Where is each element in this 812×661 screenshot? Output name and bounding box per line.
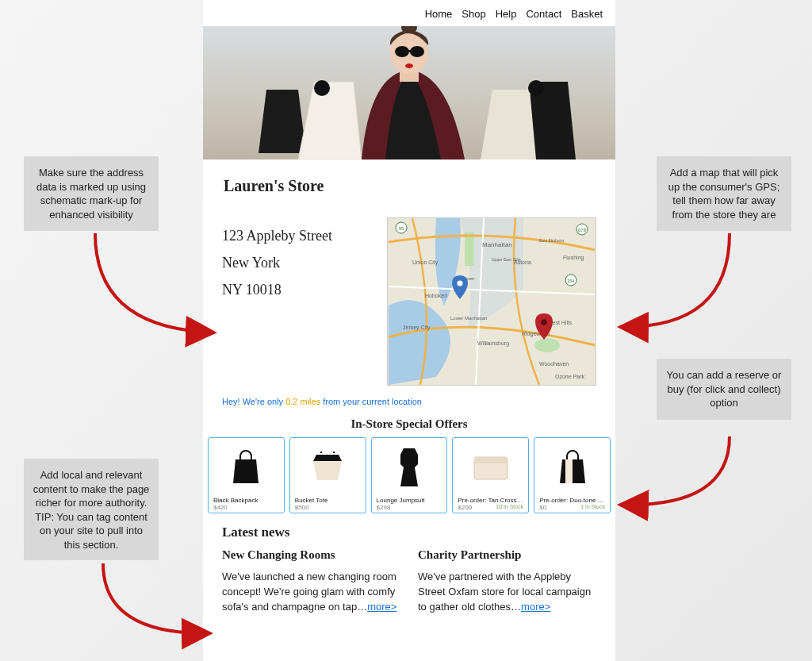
svg-text:Manhattan: Manhattan xyxy=(482,241,512,248)
address-city: New York xyxy=(222,249,373,276)
product-name: Pre-order: Duo-tone Bac… xyxy=(539,497,605,504)
svg-point-15 xyxy=(534,338,560,352)
svg-text:Lower Manhattan: Lower Manhattan xyxy=(450,316,487,321)
svg-text:25A: 25A xyxy=(568,279,576,283)
svg-rect-40 xyxy=(474,457,508,463)
svg-point-12 xyxy=(528,80,544,96)
svg-point-11 xyxy=(314,80,330,96)
address-zip: NY 10018 xyxy=(222,276,373,303)
svg-text:East Elmhurst: East Elmhurst xyxy=(539,238,565,243)
svg-text:Woodhaven: Woodhaven xyxy=(539,361,569,367)
product-price: $298 xyxy=(377,504,442,511)
diagram-stage: Home Shop Help Contact Basket xyxy=(0,0,812,661)
store-address: 123 Appleby Street New York NY 10018 xyxy=(222,222,373,386)
annotation-reserve-buy: You can add a reserve or buy (for click … xyxy=(657,359,791,420)
nav-help[interactable]: Help xyxy=(496,8,517,20)
product-name: Bucket Tote xyxy=(295,497,361,504)
svg-text:Ozone Park: Ozone Park xyxy=(555,374,584,379)
annotation-local-content: Add local and relevant content to make t… xyxy=(24,459,159,560)
news-title: New Changing Rooms xyxy=(222,548,400,562)
distance-message: Hey! We're only 0.2 miles from your curr… xyxy=(222,397,596,406)
svg-text:Union City: Union City xyxy=(412,259,439,266)
store-map[interactable]: 95 678 25A Manhattan Union City Hoboken … xyxy=(387,217,596,386)
news-heading: Latest news xyxy=(222,525,596,540)
product-card[interactable]: Pre-order: Tan Crossbody $200 10 in Stoc… xyxy=(452,437,529,513)
svg-text:678: 678 xyxy=(578,228,587,233)
nav-contact[interactable]: Contact xyxy=(526,8,561,20)
svg-marker-3 xyxy=(481,90,536,159)
store-name: Lauren's Store xyxy=(224,177,596,195)
product-card[interactable]: Black Backpack $420 xyxy=(208,437,285,513)
svg-text:Williamsburg: Williamsburg xyxy=(477,340,509,347)
product-price: $500 xyxy=(295,504,361,511)
product-image-icon xyxy=(539,443,605,492)
svg-point-37 xyxy=(457,280,462,286)
annotation-map-gps: Add a map that will pick up the consumer… xyxy=(657,156,791,231)
nav-basket[interactable]: Basket xyxy=(571,8,603,20)
distance-value: 0.2 miles xyxy=(285,397,320,406)
top-nav: Home Shop Help Contact Basket xyxy=(203,0,615,26)
product-name: Black Backpack xyxy=(213,497,279,504)
svg-text:Jersey City: Jersey City xyxy=(403,325,431,331)
nav-home[interactable]: Home xyxy=(425,8,453,20)
news-title: Charity Partnership xyxy=(418,548,596,562)
svg-marker-0 xyxy=(259,90,306,153)
hero-image xyxy=(203,26,615,159)
svg-point-10 xyxy=(405,63,413,68)
svg-rect-41 xyxy=(565,459,573,483)
product-stock: 1 in Stock xyxy=(539,504,605,509)
product-image-icon xyxy=(377,443,442,492)
svg-point-8 xyxy=(410,46,424,57)
svg-point-7 xyxy=(395,46,409,57)
offers-row: Black Backpack $420 Bucket Tote $500 Lou… xyxy=(203,437,615,513)
svg-text:Hoboken: Hoboken xyxy=(425,293,447,298)
svg-text:95: 95 xyxy=(399,226,404,231)
svg-point-38 xyxy=(541,319,547,325)
offers-heading: In-Store Special Offers xyxy=(203,417,615,431)
arrow-icon xyxy=(611,225,745,348)
svg-text:Flushing: Flushing xyxy=(563,255,584,261)
svg-rect-14 xyxy=(465,233,474,266)
news-item: Charity Partnership We've partnered with… xyxy=(418,545,596,615)
svg-text:Upper East Side: Upper East Side xyxy=(492,257,521,262)
product-name: Pre-order: Tan Crossbody xyxy=(458,497,523,504)
address-line-1: 123 Appleby Street xyxy=(222,222,373,249)
news-item: New Changing Rooms We've launched a new … xyxy=(222,545,400,615)
product-price: $420 xyxy=(213,504,279,511)
product-image-icon xyxy=(458,443,523,492)
svg-rect-9 xyxy=(408,50,412,52)
product-name: Lounge Jumpsuit xyxy=(377,497,442,504)
news-more-link[interactable]: more> xyxy=(367,601,396,613)
product-card[interactable]: Lounge Jumpsuit $298 xyxy=(371,437,448,513)
product-card[interactable]: Pre-order: Duo-tone Bac… $0 1 in Stock xyxy=(534,437,611,513)
annotation-address-markup: Make sure the address data is marked up … xyxy=(24,156,159,231)
arrow-icon xyxy=(611,428,745,527)
website-mockup: Home Shop Help Contact Basket xyxy=(203,0,615,661)
product-image-icon xyxy=(213,443,279,492)
distance-suffix: from your current location xyxy=(320,397,422,406)
nav-shop[interactable]: Shop xyxy=(462,8,485,20)
news-body: We've partnered with the Appleby Street … xyxy=(418,571,591,613)
svg-marker-1 xyxy=(298,82,362,159)
news-more-link[interactable]: more> xyxy=(521,601,550,613)
product-card[interactable]: Bucket Tote $500 xyxy=(289,437,366,513)
product-image-icon xyxy=(295,443,361,492)
distance-prefix: Hey! We're only xyxy=(222,397,285,406)
